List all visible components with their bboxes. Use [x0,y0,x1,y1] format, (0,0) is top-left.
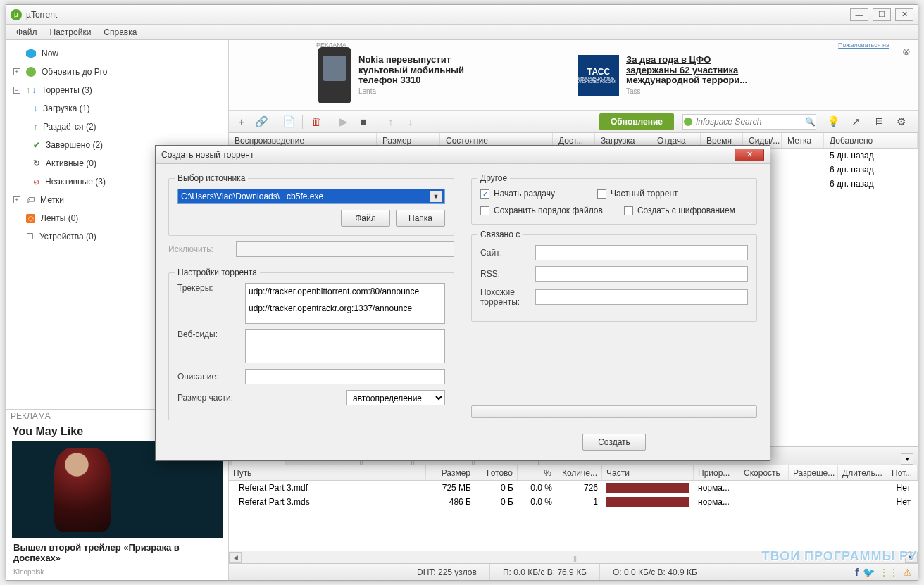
close-button[interactable]: ✕ [895,8,913,21]
tass-logo: ТАССИНФОРМАЦИОННОЕ АГЕНТСТВО РОССИИ [578,55,619,96]
preserve-order-checkbox[interactable]: Сохранить порядок файлов [480,206,603,215]
related-group: Связано с Сайт: RSS: Похожие торренты: [471,234,757,322]
menu-settings[interactable]: Настройки [44,26,97,39]
file-button[interactable]: Файл [341,210,390,227]
add-url-button[interactable]: 🔗 [253,113,270,130]
remote-icon[interactable]: 🖥 [870,113,887,130]
ad-block-2[interactable]: ТАССИНФОРМАЦИОННОЕ АГЕНТСТВО РОССИИ За д… [574,40,757,110]
dropdown-icon[interactable]: ▼ [430,191,442,202]
status-dht: DHT: 225 узлов [404,564,489,580]
collapse-pane-button[interactable]: ▾ [901,453,913,465]
upload-icon: ↑ [33,122,37,132]
scroll-left-icon[interactable]: ◀ [229,552,242,563]
status-upload: О: 0.0 КБ/с В: 40.9 КБ [599,564,710,580]
dialog-title: Создать новый торрент [161,150,735,160]
expander-icon[interactable]: − [13,87,20,94]
encrypt-checkbox[interactable]: Создать с шифрованием [624,206,735,215]
sidebar-torrents[interactable]: −Торренты (3) [8,81,227,99]
exclude-input [236,241,454,257]
source-group: Выбор источника C:\Users\Vlad\Downloads\… [168,178,454,236]
parts-bar [606,497,689,507]
ad-banner: РЕКЛАМА Nokia перевыпустит культовый моб… [229,40,918,111]
twitter-icon[interactable]: 🐦 [863,567,875,578]
create-button[interactable]: Создать [582,434,646,451]
download-icon: ↓ [33,103,37,113]
start-seed-checkbox[interactable]: ✓Начать раздачу [480,189,555,199]
webseeds-textarea[interactable] [245,329,445,363]
trackers-textarea[interactable]: udp://tracker.openbittorrent.com:80/anno… [245,283,445,324]
ad-caption[interactable]: Вышел второй трейлер «Призрака в доспеха… [6,538,228,568]
col-label[interactable]: Метка [782,133,824,148]
folder-button[interactable]: Папка [396,210,445,227]
start-button[interactable]: ▶ [335,113,352,130]
horizontal-scrollbar[interactable]: ◀ ⦀ ▶ [229,551,918,563]
description-input[interactable] [245,369,445,384]
utorrent-search-icon [683,118,693,126]
dialog-titlebar: Создать новый торрент ✕ [156,146,770,164]
sidebar-upgrade[interactable]: +Обновить до Pro [8,63,227,81]
create-torrent-button[interactable]: 📄 [280,113,297,130]
bottom-pane: Файлы ℹИнформация 👥Пиры ◎Трекеры 📈Скорос… [229,446,918,563]
utorrent-icon [26,67,36,77]
app-icon: µ [11,9,22,20]
search-box[interactable]: 🔍 [682,114,816,130]
settings-icon[interactable]: ⚙ [892,113,909,130]
expander-icon[interactable]: + [13,196,20,203]
search-input[interactable] [693,117,805,127]
menu-file[interactable]: Файл [11,26,43,39]
create-torrent-dialog: Создать новый торрент ✕ Выбор источника … [155,145,770,461]
ad-complain-link[interactable]: Пожаловаться на [838,42,889,49]
add-torrent-button[interactable]: + [233,113,250,130]
updown-icon [26,85,36,95]
warning-icon[interactable]: ⚠ [903,567,912,578]
delete-button[interactable]: 🗑 [308,113,325,130]
refresh-icon: ↻ [33,158,40,168]
inactive-icon: ⊘ [33,177,39,187]
ad-block-1[interactable]: Nokia перевыпустит культовый мобильный т… [313,40,489,110]
titlebar: µ µTorrent — ☐ ✕ [6,5,918,25]
facebook-icon[interactable]: f [855,567,859,578]
tag-icon: 🏷 [26,195,35,205]
menu-help[interactable]: Справка [98,26,142,39]
files-table-header: Путь Размер Готово % Количе... Части При… [229,465,918,481]
close-ad-icon[interactable]: ⊗ [902,46,911,57]
status-download: П: 0.0 КБ/с В: 76.9 КБ [489,564,599,580]
rss-input[interactable] [535,266,748,282]
menubar: Файл Настройки Справка [6,25,918,40]
scroll-right-icon[interactable]: ▶ [905,552,918,563]
piece-size-select[interactable]: автоопределение [346,390,445,405]
tip-icon[interactable]: 💡 [825,113,842,130]
create-progress-bar [471,405,757,418]
private-checkbox[interactable]: Частный торрент [597,189,678,199]
update-button[interactable]: Обновление [599,113,674,130]
phone-icon [318,47,351,103]
sidebar-downloading[interactable]: ↓Загрузка (1) [8,99,227,118]
expander-icon[interactable]: + [13,68,20,75]
share-icon[interactable]: ↗ [847,113,864,130]
file-row[interactable]: Referat Part 3.mdf 725 MБ 0 Б 0.0 % 726 … [229,481,918,495]
source-path-combo[interactable]: C:\Users\Vlad\Downloads\ _cb5fe.exe ▼ [177,189,445,204]
other-group: Другое ✓Начать раздачу Частный торрент С… [471,178,757,225]
hex-icon [26,49,36,58]
parts-bar [606,483,689,493]
site-input[interactable] [535,245,748,260]
minimize-button[interactable]: — [850,8,868,21]
stop-button[interactable]: ■ [355,113,372,130]
dialog-close-button[interactable]: ✕ [735,149,764,161]
move-up-button[interactable]: ↑ [382,113,399,130]
move-down-button[interactable]: ↓ [402,113,419,130]
sidebar-now[interactable]: Now [8,44,227,63]
search-icon[interactable]: 🔍 [805,117,816,127]
file-row[interactable]: Referat Part 3.mds 486 Б 0 Б 0.0 % 1 нор… [229,495,918,509]
ad-source: Kinopoisk [6,568,228,580]
sidebar-seeding[interactable]: ↑Раздаётся (2) [8,118,227,136]
toolbar: + 🔗 📄 🗑 ▶ ■ ↑ ↓ Обновление 🔍 [229,111,918,133]
android-icon[interactable]: ⋮⋮ [879,567,899,578]
check-icon: ✔ [33,140,40,150]
col-added[interactable]: Добавлено [824,133,918,148]
window-title: µTorrent [26,10,850,20]
similar-input[interactable] [535,289,748,305]
rss-icon: ◌ [26,214,35,223]
device-icon: ☐ [26,232,34,241]
maximize-button[interactable]: ☐ [873,8,891,21]
